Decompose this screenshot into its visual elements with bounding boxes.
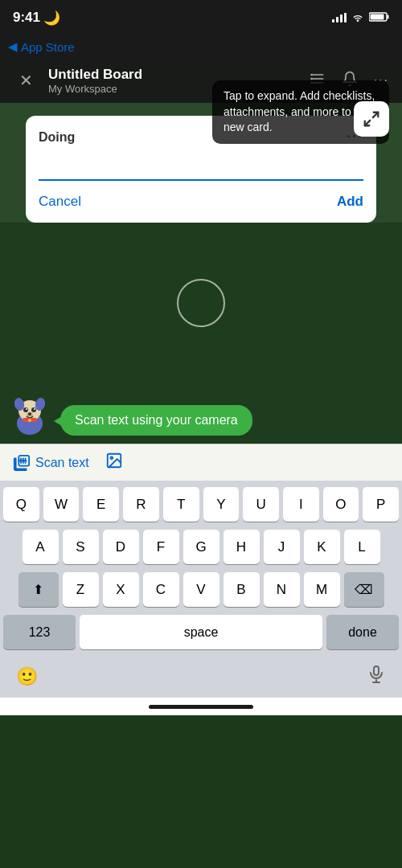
key-j[interactable]: J [264,530,300,564]
svg-point-16 [31,407,36,412]
key-k[interactable]: K [304,530,340,564]
signal-icon [332,13,347,23]
svg-rect-1 [371,14,384,19]
time-label: 9:41 [13,10,40,26]
key-h[interactable]: H [224,530,260,564]
key-x[interactable]: X [103,572,139,607]
shift-key[interactable]: ⬆ [18,572,59,607]
card-input[interactable] [39,152,363,181]
svg-point-7 [310,77,313,80]
backspace-key[interactable]: ⌫ [344,572,384,607]
scan-icon [13,454,31,472]
cancel-button[interactable]: Cancel [39,194,81,210]
camera-viewfinder [0,223,402,383]
camera-circle [177,279,225,327]
key-o[interactable]: O [323,487,359,522]
image-icon[interactable] [105,452,123,473]
back-bar[interactable]: ◀ App Store [0,35,402,58]
scan-text-label: Scan text [35,456,89,470]
battery-icon [369,12,389,24]
key-y[interactable]: Y [203,487,240,522]
svg-rect-4 [311,78,323,80]
svg-rect-2 [388,14,389,18]
key-p[interactable]: P [363,487,399,522]
key-l[interactable]: L [344,530,380,564]
keyboard-row-2: A S D F G H J K L [3,530,399,564]
mascot-area: Scan text using your camera [0,383,402,444]
keyboard-footer: 🙂 [0,656,402,698]
wifi-icon [351,12,364,24]
emoji-icon[interactable]: 🙂 [16,666,38,687]
number-key[interactable]: 123 [3,615,76,649]
key-c[interactable]: C [143,572,179,607]
key-e[interactable]: E [83,487,119,522]
key-u[interactable]: U [243,487,279,522]
key-r[interactable]: R [123,487,159,522]
column-title: Doing [39,130,75,145]
keyboard-bottom-row: 123 space done [3,615,399,649]
space-key[interactable]: space [80,615,322,649]
svg-point-15 [23,407,28,412]
keyboard: Q W E R T Y U I O P A S D F G H J K L ⬆ … [0,481,402,656]
key-g[interactable]: G [183,530,219,564]
svg-point-17 [26,408,27,410]
key-d[interactable]: D [103,530,139,564]
moon-icon: 🌙 [43,10,60,27]
expand-button[interactable] [354,101,389,137]
key-s[interactable]: S [63,530,99,564]
key-q[interactable]: Q [3,487,39,522]
speech-text: Scan text using your camera [75,413,238,427]
keyboard-toolbar: Scan text [0,444,402,481]
svg-point-29 [110,457,113,459]
back-arrow: ◀ [8,39,18,54]
key-f[interactable]: F [143,530,179,564]
svg-point-6 [310,73,313,76]
keyboard-row-1: Q W E R T Y U I O P [3,487,399,522]
key-m[interactable]: M [304,572,340,607]
key-t[interactable]: T [163,487,199,522]
card-actions: Cancel Add [39,194,363,210]
key-b[interactable]: B [224,572,260,607]
key-z[interactable]: Z [63,572,99,607]
keyboard-row-3: ⬆ Z X C V B N M ⌫ [3,572,399,607]
done-key[interactable]: done [326,615,399,649]
add-button[interactable]: Add [337,194,363,210]
home-indicator [149,705,253,709]
close-button[interactable]: ✕ [13,68,39,93]
key-w[interactable]: W [43,487,80,522]
status-icons [332,12,389,24]
svg-point-20 [28,412,31,416]
svg-point-18 [34,408,35,410]
status-bar: 9:41 🌙 [0,0,402,35]
app-store-link[interactable]: App Store [21,40,75,54]
key-i[interactable]: I [283,487,319,522]
status-time: 9:41 🌙 [13,10,60,27]
scan-text-button[interactable]: Scan text [13,454,89,472]
svg-point-22 [28,419,31,422]
key-a[interactable]: A [23,530,59,564]
key-n[interactable]: N [264,572,300,607]
key-v[interactable]: V [183,572,219,607]
svg-rect-30 [374,666,379,675]
home-indicator-container [0,698,402,715]
svg-rect-3 [311,74,323,76]
speech-bubble: Scan text using your camera [60,405,252,436]
mic-icon[interactable] [367,665,386,689]
mascot-avatar [8,391,52,436]
